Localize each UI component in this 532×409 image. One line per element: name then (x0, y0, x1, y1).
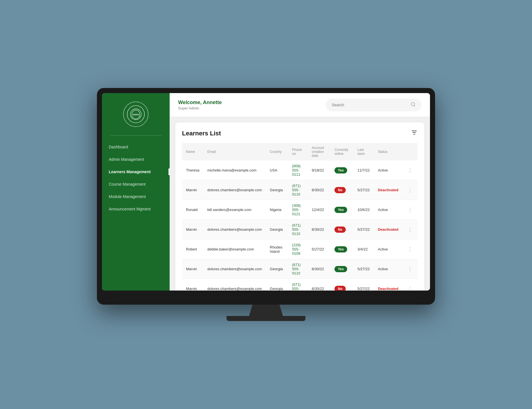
search-icon (411, 102, 416, 108)
search-input[interactable] (332, 103, 411, 107)
cell-country: Rhodes Island (266, 239, 288, 259)
table-row: Ronald bill.sanders@example.com Nigeria … (182, 200, 418, 220)
cell-last-seen: 5/27/22 (353, 279, 374, 291)
cell-phone: (671) 555-0110 (288, 180, 308, 200)
sidebar-item-admin-management[interactable]: Admin Management (102, 154, 170, 165)
cell-account-date: 8/30/22 (308, 259, 331, 279)
cell-account-date: 9/18/22 (308, 160, 331, 180)
cell-country: Georgia (266, 259, 288, 279)
cell-email: dolores.chambers@example.com (203, 180, 266, 200)
cell-phone: (671) 555-0110 (288, 259, 308, 279)
learners-table: Name Email Country Phone no Account crea… (182, 143, 418, 291)
monitor-wrap: soro Dashboard Admin Management (97, 88, 435, 321)
col-name: Name (182, 143, 203, 160)
col-country: Country (266, 143, 288, 160)
col-email: Email (203, 143, 266, 160)
sidebar-item-module-management[interactable]: Module Management (102, 191, 170, 202)
col-status: Status (374, 143, 402, 160)
sidebar-item-announcement-mgmt[interactable]: Announcement Mgment (102, 203, 170, 215)
row-menu-icon[interactable]: ⋮ (406, 247, 414, 252)
cell-account-date: 8/30/22 (308, 220, 331, 239)
sidebar-item-dashboard[interactable]: Dashboard (102, 141, 170, 153)
row-menu-icon[interactable]: ⋮ (406, 266, 414, 272)
col-actions (402, 143, 418, 160)
cell-menu[interactable]: ⋮ (402, 220, 418, 239)
row-menu-icon[interactable]: ⋮ (406, 168, 414, 173)
sidebar-item-course-management[interactable]: Course Management (102, 179, 170, 190)
cell-status: Active (374, 239, 402, 259)
table-header-row: Name Email Country Phone no Account crea… (182, 143, 418, 160)
header-left: Welcome, Annette Super Admin (178, 100, 222, 110)
cell-last-seen: 3/4/22 (353, 239, 374, 259)
table-row: Marvin dolores.chambers@example.com Geor… (182, 259, 418, 279)
cell-email: dolores.chambers@example.com (203, 220, 266, 239)
cell-country: Georgia (266, 279, 288, 291)
cell-online: Yes (331, 259, 353, 279)
col-phone: Phone no (288, 143, 308, 160)
svg-text:soro: soro (133, 113, 139, 116)
col-last-seen: Last seen (353, 143, 374, 160)
cell-name: Marvin (182, 180, 203, 200)
monitor-stand-neck (249, 305, 283, 316)
sidebar-item-learners-management[interactable]: Learners Management (102, 166, 170, 177)
search-bar[interactable] (326, 99, 422, 111)
cell-last-seen: 5/27/22 (353, 220, 374, 239)
cell-country: USA (266, 160, 288, 180)
cell-email: dolores.chambers@example.com (203, 259, 266, 279)
sidebar-nav: Dashboard Admin Management Learners Mana… (102, 141, 170, 220)
table-row: Robert debbie.baker@example.com Rhodes I… (182, 239, 418, 259)
welcome-message: Welcome, Annette (178, 100, 222, 105)
table-row: Marvin dolores.chambers@example.com Geor… (182, 279, 418, 291)
cell-name: Robert (182, 239, 203, 259)
cell-country: Nigeria (266, 200, 288, 220)
cell-status: Deactivated (374, 279, 402, 291)
cell-email: bill.sanders@example.com (203, 200, 266, 220)
cell-status: Active (374, 160, 402, 180)
cell-menu[interactable]: ⋮ (402, 239, 418, 259)
table-row: Theresa michelle.rivera@example.com USA … (182, 160, 418, 180)
filter-icon[interactable] (411, 129, 418, 137)
cell-country: Georgia (266, 180, 288, 200)
cell-status: Deactivated (374, 180, 402, 200)
cell-menu[interactable]: ⋮ (402, 180, 418, 200)
logo-area: soro (102, 93, 170, 133)
cell-phone: (229) 555-0109 (288, 239, 308, 259)
cell-menu[interactable]: ⋮ (402, 200, 418, 220)
header: Welcome, Annette Super Admin (170, 93, 430, 117)
cell-status: Active (374, 259, 402, 279)
cell-last-seen: 5/27/22 (353, 180, 374, 200)
monitor-screen: soro Dashboard Admin Management (102, 93, 430, 291)
logo-circle: soro (123, 102, 148, 127)
cell-menu[interactable]: ⋮ (402, 259, 418, 279)
col-account-date: Account creation date (308, 143, 331, 160)
cell-menu[interactable]: ⋮ (402, 160, 418, 180)
cell-last-seen: 11/7/22 (353, 160, 374, 180)
row-menu-icon[interactable]: ⋮ (406, 207, 414, 213)
svg-line-4 (414, 105, 415, 106)
cell-account-date: 8/30/22 (308, 180, 331, 200)
main-content: Welcome, Annette Super Admin (170, 93, 430, 291)
cell-country: Georgia (266, 220, 288, 239)
cell-last-seen: 5/27/22 (353, 259, 374, 279)
card-title: Learners List (182, 130, 221, 137)
cell-name: Marvin (182, 279, 203, 291)
row-menu-icon[interactable]: ⋮ (406, 187, 414, 193)
cell-online: Yes (331, 239, 353, 259)
cell-phone: (808) 555-0111 (288, 160, 308, 180)
cell-menu[interactable]: ⋮ (402, 279, 418, 291)
cell-last-seen: 10/6/22 (353, 200, 374, 220)
table-row: Marvin dolores.chambers@example.com Geor… (182, 180, 418, 200)
cell-email: michelle.rivera@example.com (203, 160, 266, 180)
cell-online: No (331, 220, 353, 239)
sidebar: soro Dashboard Admin Management (102, 93, 170, 291)
cell-status: Active (374, 200, 402, 220)
cell-phone: (308) 555-0121 (288, 200, 308, 220)
cell-status: Deactivated (374, 220, 402, 239)
row-menu-icon[interactable]: ⋮ (406, 286, 414, 291)
app-layout: soro Dashboard Admin Management (102, 93, 430, 291)
monitor-bezel: soro Dashboard Admin Management (97, 88, 435, 305)
cell-phone: (671) 555-0110 (288, 220, 308, 239)
row-menu-icon[interactable]: ⋮ (406, 227, 414, 232)
table-row: Marvin dolores.chambers@example.com Geor… (182, 220, 418, 239)
cell-name: Marvin (182, 220, 203, 239)
